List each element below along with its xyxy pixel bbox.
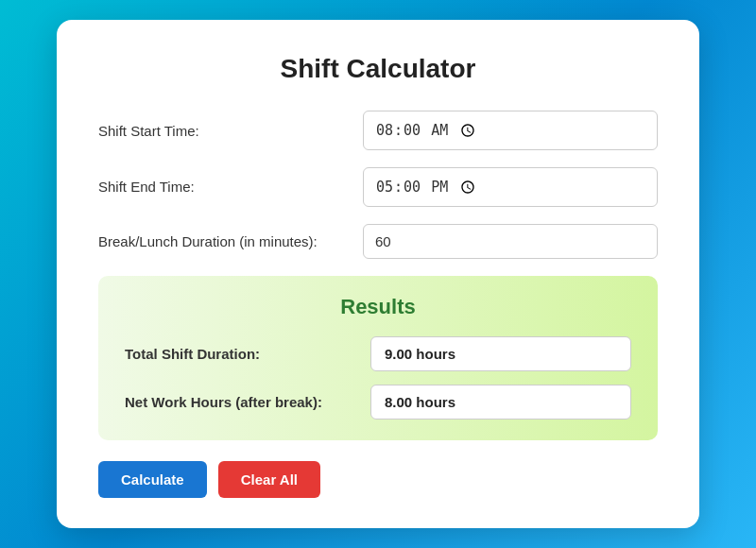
button-row: Calculate Clear All — [98, 461, 658, 498]
total-shift-row: Total Shift Duration: 9.00 hours — [125, 336, 631, 371]
break-group: Break/Lunch Duration (in minutes): — [98, 224, 658, 259]
break-label: Break/Lunch Duration (in minutes): — [98, 233, 363, 249]
total-shift-label: Total Shift Duration: — [125, 346, 370, 362]
page-title: Shift Calculator — [98, 54, 658, 84]
total-shift-value: 9.00 hours — [370, 336, 631, 371]
shift-end-input[interactable] — [363, 167, 658, 207]
clear-button[interactable]: Clear All — [218, 461, 320, 498]
main-card: Shift Calculator Shift Start Time: Shift… — [57, 20, 699, 528]
results-box: Results Total Shift Duration: 9.00 hours… — [98, 276, 658, 440]
shift-start-group: Shift Start Time: — [98, 111, 658, 150]
shift-start-input[interactable] — [363, 111, 658, 150]
shift-end-group: Shift End Time: — [98, 167, 658, 207]
break-input[interactable] — [363, 224, 658, 259]
results-title: Results — [125, 295, 631, 319]
calculate-button[interactable]: Calculate — [98, 461, 207, 498]
net-work-row: Net Work Hours (after break): 8.00 hours — [125, 385, 631, 420]
shift-start-label: Shift Start Time: — [98, 123, 363, 139]
net-work-value: 8.00 hours — [370, 385, 631, 420]
net-work-label: Net Work Hours (after break): — [125, 394, 370, 410]
shift-end-label: Shift End Time: — [98, 179, 363, 195]
